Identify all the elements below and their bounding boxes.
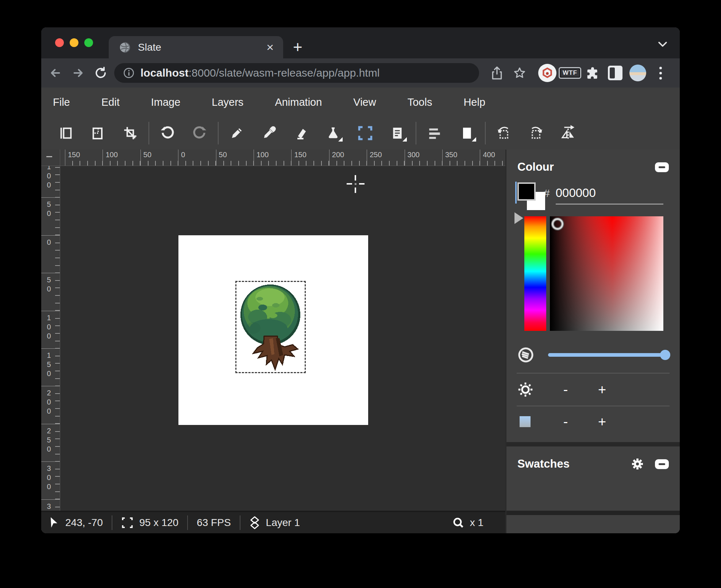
url-path: :8000/slate/wasm-release/app/app.html [189,67,380,79]
ruler-left-tick: 50 [41,197,60,235]
saturation-icon [520,416,531,427]
menu-file[interactable]: File [53,96,70,108]
avatar[interactable] [626,65,649,81]
rotate-ccw-icon[interactable] [488,120,520,146]
minimize-window-button[interactable] [70,38,78,47]
menu-tools[interactable]: Tools [408,96,432,108]
selection-marquee[interactable] [235,281,306,373]
ruler-left-tick: 100 [41,311,60,348]
hue-slider[interactable] [524,216,546,331]
image-mode-icon[interactable] [50,120,82,146]
fill-tool-icon[interactable] [317,120,349,146]
traffic-lights [55,38,93,47]
picker-cursor[interactable] [552,218,563,230]
zoom-window-button[interactable] [84,38,93,47]
status-bar: 243, -70 95 x 120 63 FPS Layer 1 x 1 [41,511,505,533]
close-window-button[interactable] [55,38,64,47]
ruler-top-tick: 150 [65,150,103,166]
ruler-top-tick: 100 [103,150,140,166]
cursor-position: 243, -70 [65,517,103,529]
side-panel-icon[interactable] [604,66,626,80]
foreground-swatch[interactable] [517,182,536,201]
ruler-top-tick: 0 [178,150,216,166]
crop-icon[interactable] [114,120,146,146]
zoom-magnifier-icon [452,517,464,529]
ruler-top-tick: 50 [140,150,178,166]
menu-help[interactable]: Help [463,96,485,108]
app-main: 15010050050100150200250300350400 1005005… [41,150,680,533]
ruler-corner [41,150,60,166]
swatches-panel: Swatches [506,446,680,471]
ruler-top-tick: 250 [367,150,404,166]
swatches-settings-gear-icon[interactable] [630,457,645,471]
hue-marker-icon[interactable] [514,212,523,224]
menu-edit[interactable]: Edit [101,96,120,108]
browser-tab[interactable]: Slate × [109,36,283,58]
eraser-tool-icon[interactable] [285,120,317,146]
browser-menu-dots-icon[interactable] [649,67,672,80]
new-tab-button[interactable]: + [293,39,302,55]
app-toolbar [41,117,680,150]
ruler-top-tick: 400 [480,150,505,166]
saturation-decrease-button[interactable]: - [555,414,577,430]
menu-view[interactable]: View [353,96,376,108]
ruler-left-tick: 150 [41,348,60,386]
zoom-level[interactable]: x 1 [470,517,483,529]
flip-icon[interactable] [552,120,584,146]
lightness-increase-button[interactable]: + [591,382,613,398]
address-bar[interactable]: localhost:8000/slate/wasm-release/app/ap… [114,63,479,83]
tileset-mode-icon[interactable] [82,120,114,146]
collapse-swatches-icon[interactable] [655,459,669,469]
saturation-lightness-picker[interactable] [550,216,663,331]
menu-image[interactable]: Image [151,96,181,108]
redo-icon[interactable] [184,120,216,146]
extensions-puzzle-icon[interactable] [581,66,604,80]
fg-bg-swatches[interactable] [517,182,547,212]
image-canvas[interactable] [178,235,368,425]
hex-colour-input[interactable] [556,186,663,205]
saturation-increase-button[interactable]: + [591,414,613,430]
reload-button[interactable] [89,66,112,80]
right-panel: Colour # [505,150,680,533]
collapse-colour-icon[interactable] [655,162,669,172]
ruler-top-tick: 300 [405,150,442,166]
layers-icon [249,516,260,530]
pencil-tool-icon[interactable] [221,120,253,146]
ruler-top-tick: 50 [216,150,254,166]
note-tool-icon[interactable] [381,120,413,146]
canvas-column: 15010050050100150200250300350400 1005005… [41,150,505,533]
menu-layers[interactable]: Layers [212,96,243,108]
ruler-top-tick: 350 [442,150,480,166]
globe-favicon [119,42,131,53]
wtf-extension-icon[interactable]: WTF [559,67,581,79]
opacity-slider-knob[interactable] [660,350,670,360]
stroke-thickness-icon[interactable] [419,120,451,146]
share-icon[interactable] [486,66,508,80]
canvas-viewport[interactable] [60,166,505,511]
current-layer[interactable]: Layer 1 [266,517,300,529]
forward-button[interactable] [67,66,89,80]
ruler-row: 15010050050100150200250300350400 [41,150,505,166]
panel-bottom-strip [506,511,680,533]
colour-panel: Colour # [506,150,680,442]
app-menubar: File Edit Image Layers Animation View To… [41,88,680,117]
bookmark-star-icon[interactable] [508,66,531,80]
ruler-top-tick: 100 [254,150,291,166]
tab-close-icon[interactable]: × [266,40,274,54]
shape-fill-icon[interactable] [451,120,483,146]
chevron-down-icon[interactable] [656,40,669,49]
ruler-left-tick: 200 [41,386,60,423]
tab-title: Slate [138,42,266,53]
selection-tool-icon[interactable] [349,120,381,146]
fps-counter: 63 FPS [197,517,231,529]
menu-animation[interactable]: Animation [275,96,322,108]
opacity-slider[interactable] [548,353,669,357]
eyedropper-tool-icon[interactable] [253,120,285,146]
lightness-decrease-button[interactable]: - [555,382,577,398]
site-info-icon[interactable] [123,67,135,79]
back-button[interactable] [44,66,67,80]
extension-hex-icon[interactable] [536,64,559,82]
undo-icon[interactable] [151,120,184,146]
tree-sprite [236,282,305,372]
rotate-cw-icon[interactable] [520,120,552,146]
